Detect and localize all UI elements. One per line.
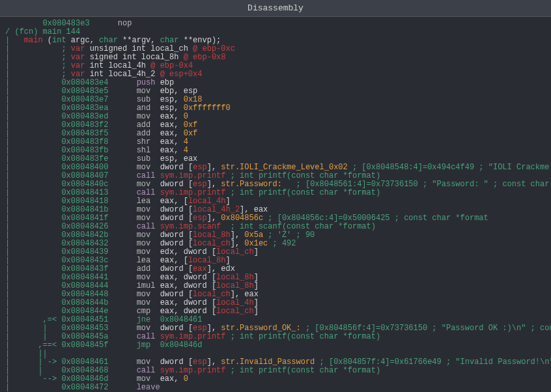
asm-line[interactable]: 0x080483e3 nop	[5, 20, 546, 28]
asm-line[interactable]: | ,==< 0x0804845f jmp 0x804846d	[5, 341, 546, 350]
disassembly-listing[interactable]: 0x080483e3 nop/ (fcn) main 144| main (in…	[0, 17, 551, 392]
panel-title: Disassembly	[0, 0, 551, 17]
